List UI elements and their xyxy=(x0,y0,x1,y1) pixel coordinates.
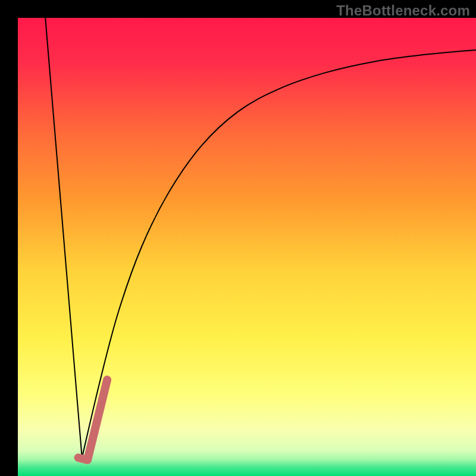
gradient-background xyxy=(18,18,476,476)
plot-frame xyxy=(18,18,476,476)
watermark-text: TheBottleneck.com xyxy=(336,2,470,19)
chart-canvas-outer: TheBottleneck.com xyxy=(0,0,476,476)
chart-svg xyxy=(18,18,476,476)
